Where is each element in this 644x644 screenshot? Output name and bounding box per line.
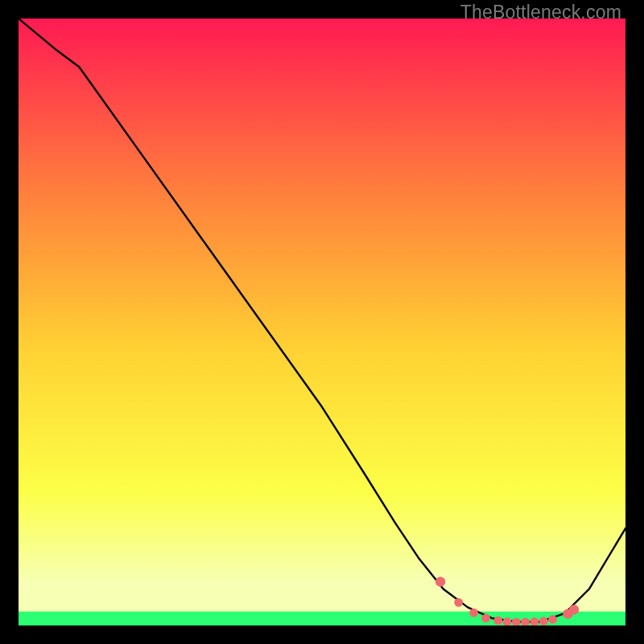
- chart-frame: [19, 19, 625, 625]
- curve-dot: [436, 577, 445, 587]
- bottleneck-chart: [19, 19, 625, 625]
- curve-dot: [469, 609, 478, 617]
- curve-dot: [548, 615, 557, 624]
- watermark-text: TheBottleneck.com: [460, 2, 621, 23]
- curve-dot: [569, 605, 579, 614]
- curve-dot: [454, 598, 463, 607]
- curve-dot: [493, 617, 502, 625]
- curve-dot: [539, 617, 548, 625]
- curve-dot: [481, 614, 490, 623]
